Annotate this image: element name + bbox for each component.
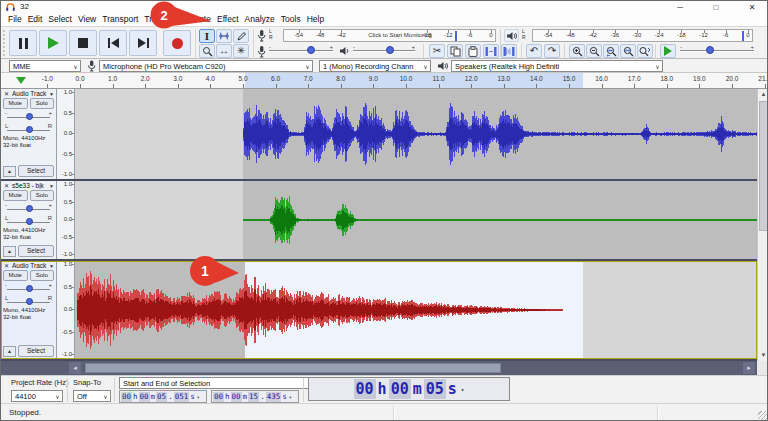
zoom-fit-project-button[interactable] (620, 44, 636, 58)
audio-position-field[interactable]: 00h00m05s▾ (308, 377, 510, 401)
time-digits[interactable]: 15 (248, 392, 259, 402)
paste-button[interactable] (465, 44, 481, 58)
track-select-button[interactable]: Select (18, 165, 54, 177)
project-rate-select[interactable]: 44100∨ (11, 390, 63, 402)
mute-button[interactable]: Mute (3, 98, 28, 109)
track-name[interactable]: s5e33 - bjk (12, 182, 47, 189)
time-unit[interactable]: h (376, 379, 389, 399)
track-control-panel[interactable]: ✕Audio Track▼MuteSolo-+LRMono, 44100Hz32… (1, 89, 57, 179)
quick-play-marker-icon[interactable] (16, 77, 26, 84)
menu-tools[interactable]: Tools (278, 13, 304, 26)
recording-volume-slider[interactable]: -+ (269, 44, 333, 58)
undo-button[interactable]: ↶ (526, 44, 542, 58)
zoom-selection-button[interactable] (603, 44, 619, 58)
scroll-right-arrow[interactable]: ▸ (743, 362, 755, 374)
zoom-tool-button[interactable] (199, 44, 215, 58)
time-digits[interactable]: 00 (213, 392, 224, 402)
gain-slider[interactable]: -+ (3, 110, 54, 122)
solo-button[interactable]: Solo (30, 98, 55, 109)
pan-slider[interactable]: LR (3, 215, 54, 227)
solo-button[interactable]: Solo (30, 270, 55, 281)
amplitude-ruler[interactable]: 1.00.50.0-0.5-1.0 (57, 261, 75, 359)
track-close-button[interactable]: ✕ (3, 262, 10, 269)
time-unit[interactable]: m (411, 379, 424, 399)
skip-to-start-button[interactable] (99, 30, 127, 56)
recording-channels-select[interactable]: 1 (Mono) Recording Chann∨ (319, 60, 431, 72)
play-speed-slider[interactable]: -+ (680, 44, 754, 58)
time-digits[interactable]: 00 (231, 392, 242, 402)
resize-grip[interactable] (758, 411, 768, 421)
vertical-scroll-thumb[interactable] (759, 101, 768, 231)
collapse-track-button[interactable]: ▲ (3, 166, 16, 177)
track-waveform-area[interactable] (75, 89, 757, 179)
audio-host-select[interactable]: MME∨ (9, 60, 81, 72)
track-close-button[interactable]: ✕ (3, 182, 10, 189)
pan-slider[interactable]: LR (3, 123, 54, 135)
silence-audio-button[interactable] (501, 44, 517, 58)
track-close-button[interactable]: ✕ (3, 90, 10, 97)
menu-edit[interactable]: Edit (25, 13, 46, 26)
time-unit[interactable]: s (189, 392, 196, 402)
envelope-tool-button[interactable] (216, 29, 232, 43)
track-name[interactable]: Audio Track (12, 90, 47, 97)
timeline-ruler[interactable]: -1.00.01.02.03.04.05.06.07.08.09.010.011… (1, 73, 768, 89)
menu-analyze[interactable]: Analyze (242, 13, 278, 26)
menu-view[interactable]: View (75, 13, 99, 26)
gain-slider[interactable]: -+ (3, 202, 54, 214)
playback-meter-speaker-icon[interactable] (504, 29, 519, 42)
draw-tool-button[interactable] (233, 29, 249, 43)
selection-tool-button[interactable]: I (199, 29, 215, 43)
trim-audio-button[interactable] (483, 44, 499, 58)
track-waveform-area[interactable] (75, 261, 757, 359)
play-speed-thumb[interactable] (706, 46, 714, 54)
time-shift-tool-button[interactable]: ↔ (216, 44, 232, 58)
recording-volume-thumb[interactable] (307, 46, 315, 54)
zoom-out-button[interactable] (586, 44, 602, 58)
recording-meter[interactable]: -54-48-42-18-12-60Click to Start Monitor… (283, 29, 496, 42)
scroll-up-arrow[interactable]: ▲ (758, 89, 768, 100)
selection-start-field[interactable]: 00h00m05.051s▾ (119, 390, 207, 403)
zoom-in-button[interactable] (569, 44, 585, 58)
play-button[interactable] (39, 30, 67, 56)
menu-transport[interactable]: Transport (99, 13, 141, 26)
mute-button[interactable]: Mute (3, 270, 28, 281)
multi-tool-button[interactable]: ✳ (233, 44, 249, 58)
skip-to-end-button[interactable] (129, 30, 157, 56)
selection-end-field[interactable]: 00h00m15.435s▾ (211, 390, 299, 403)
pan-slider[interactable]: LR (3, 295, 54, 307)
time-unit[interactable]: s (446, 379, 459, 399)
track-select-button[interactable]: Select (18, 245, 54, 257)
time-unit[interactable]: s (281, 392, 288, 402)
track-menu-arrow-icon[interactable]: ▼ (49, 183, 54, 189)
pause-button[interactable] (9, 30, 37, 56)
scroll-down-arrow[interactable]: ▼ (758, 350, 768, 361)
redo-button[interactable]: ↷ (544, 44, 560, 58)
menu-select[interactable]: Select (45, 13, 75, 26)
playback-volume-thumb[interactable] (386, 46, 394, 54)
vertical-scrollbar[interactable]: ▲ ▼ (757, 89, 768, 361)
dropdown-arrow-icon[interactable]: ▾ (461, 386, 465, 393)
menu-help[interactable]: Help (304, 13, 327, 26)
transport-toolbar-grip[interactable] (3, 30, 8, 56)
scroll-left-arrow[interactable]: ◂ (69, 362, 81, 374)
amplitude-ruler[interactable]: 1.00.50.0-0.5-1.0 (57, 89, 75, 179)
collapse-track-button[interactable]: ▲ (3, 246, 16, 257)
time-digits[interactable]: 00 (389, 379, 411, 399)
record-button[interactable] (163, 30, 191, 56)
horizontal-scrollbar[interactable]: ◂ ▸ (1, 361, 757, 375)
time-digits[interactable]: 051 (174, 392, 190, 402)
time-digits[interactable]: 00 (354, 379, 376, 399)
track-name[interactable]: Audio Track (12, 262, 47, 269)
dropdown-arrow-icon[interactable]: ▾ (289, 394, 292, 400)
track-waveform-area[interactable] (75, 181, 757, 259)
zoom-toggle-button[interactable] (637, 44, 653, 58)
time-digits[interactable]: 05 (156, 392, 167, 402)
play-at-speed-button[interactable] (660, 44, 676, 58)
gain-slider[interactable]: -+ (3, 282, 54, 294)
cut-button[interactable]: ✂ (429, 44, 445, 58)
track-menu-arrow-icon[interactable]: ▼ (49, 263, 54, 269)
amplitude-ruler[interactable]: 1.00.50.0-0.5-1.0 (57, 181, 75, 259)
horizontal-scroll-thumb[interactable] (85, 363, 501, 373)
solo-button[interactable]: Solo (30, 190, 55, 201)
snap-to-select[interactable]: Off∨ (73, 390, 111, 402)
